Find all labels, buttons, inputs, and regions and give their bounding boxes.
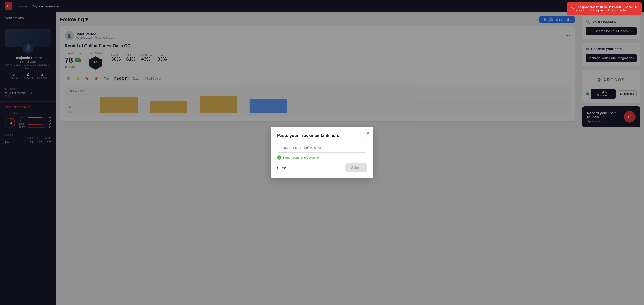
modal-close-x-button[interactable]: ✕ [366,130,370,136]
trackman-modal: ✕ Paste your Trackman Link here. ✓ Repor… [270,127,374,178]
toast-warning-icon: ⚠ [570,6,574,10]
modal-close-button[interactable]: Close [277,166,286,170]
modal-overlay[interactable]: ✕ Paste your Trackman Link here. ✓ Repor… [0,0,644,305]
toast-message: The given trackman link is invalid. Plea… [576,5,632,12]
toast-close-button[interactable]: ✕ [634,5,638,9]
success-icon: ✓ [277,156,281,160]
error-toast: ⚠ The given trackman link is invalid. Pl… [567,2,642,15]
success-message: ✓ Report sent for processing [277,156,367,160]
modal-title: Paste your Trackman Link here. [277,133,367,138]
modal-actions: Close Submit [277,164,367,172]
trackman-link-input[interactable] [277,143,367,152]
modal-submit-button[interactable]: Submit [346,164,367,172]
